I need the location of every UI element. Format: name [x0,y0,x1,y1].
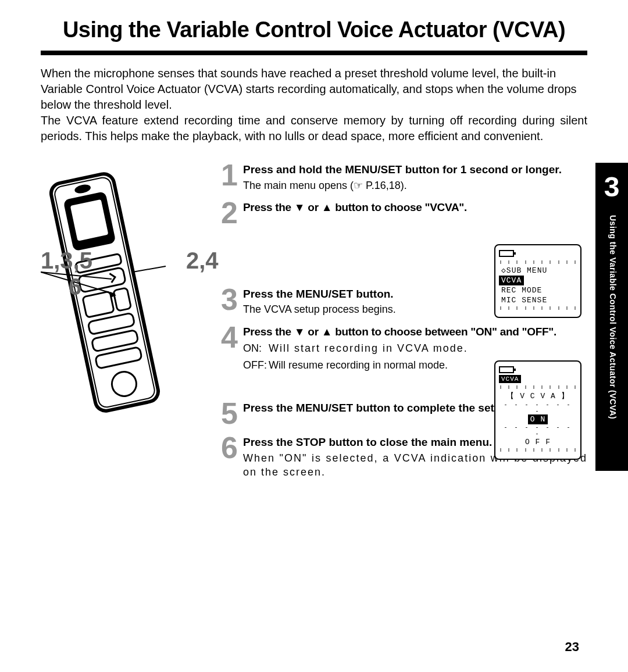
title-rule [41,51,587,55]
lcd-badge: VCVA [499,375,521,383]
callout-left-steps: 1,3,5 [41,249,92,272]
lcd-row: ◇SUB MENU [499,265,577,276]
lcd-row-selected: VCVA [499,276,524,285]
lcd-screen-2: VCVA 【 V C V A 】 - - - - - - - - O N - -… [494,360,581,460]
chapter-label: Using the Variable Control Voice Actuato… [608,215,618,419]
lcd-row: 【 V C V A 】 [499,390,577,402]
lcd-screen-1: ◇SUB MENU VCVA REC MODE MIC SENSE [494,244,581,318]
step-number: 4 [221,324,238,372]
lcd-row: O F F [499,437,577,447]
chapter-number: 3 [595,163,628,203]
lcd-row-selected: O N [528,414,548,424]
intro-block: When the microphone senses that sounds h… [41,66,587,144]
recorder-device-icon [41,167,169,417]
page-number: 23 [565,639,579,655]
step-1: 1 Press and hold the MENU/SET button for… [221,162,587,192]
step-title: Press the ▼ or ▲ button to choose betwee… [243,325,587,339]
intro-paragraph-2: The VCVA feature extend recording time a… [41,113,587,144]
step-2: 2 Press the ▼ or ▲ button to choose "VCV… [221,199,587,227]
intro-paragraph-1: When the microphone senses that sounds h… [41,66,587,113]
step-title: Press the ▼ or ▲ button to choose "VCVA"… [243,201,587,215]
step-number: 3 [221,286,238,317]
battery-icon [499,250,514,257]
lcd-row: REC MODE [499,285,577,295]
svg-line-15 [133,266,166,272]
svg-rect-7 [83,291,114,317]
step-number: 1 [221,162,238,192]
step-title: Press and hold the MENU/SET button for 1… [243,163,587,177]
battery-icon [499,366,514,373]
step-number: 6 [221,434,238,479]
step-number: 2 [221,199,238,227]
step-on-option: ON:Will start recording in VCVA mode. [243,341,587,355]
callout-right-steps: 2,4 [186,249,219,272]
page-title: Using the Variable Control Voice Actuato… [41,17,587,42]
step-text: The main menu opens (☞ P.16,18). [243,178,587,192]
step-number: 5 [221,400,238,427]
lcd-row: MIC SENSE [499,295,577,305]
chapter-tab: 3 Using the Variable Control Voice Actua… [595,163,628,471]
callout-left-step6: 6 [69,275,81,298]
device-illustration: 1,3,5 6 2,4 [41,162,215,486]
